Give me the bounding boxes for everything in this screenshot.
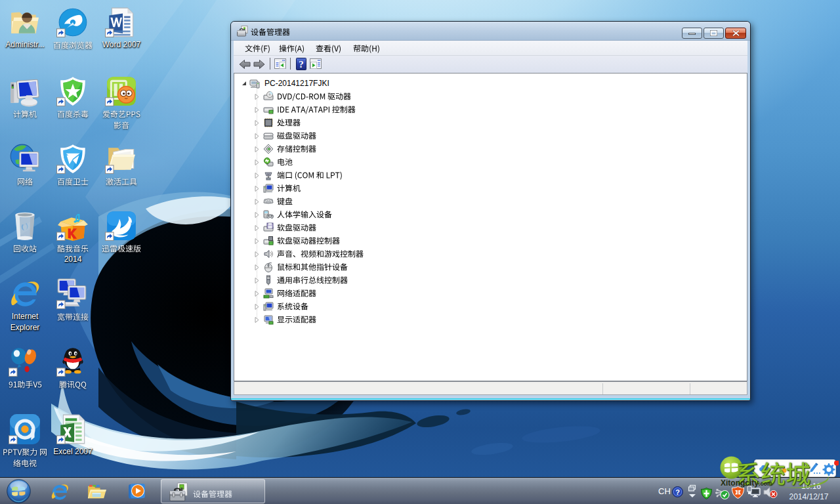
svg-text:?: ? — [299, 59, 304, 70]
svg-text:?: ? — [675, 488, 680, 496]
